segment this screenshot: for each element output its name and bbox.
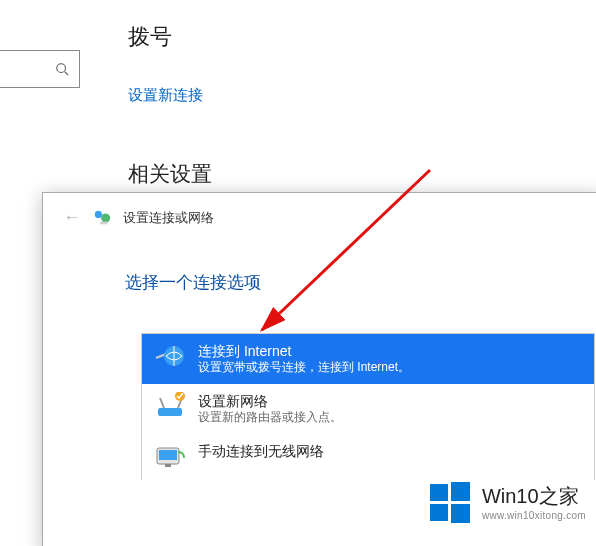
svg-rect-17 — [430, 504, 448, 521]
svg-rect-12 — [159, 450, 177, 460]
watermark-brand: Win10之家 — [482, 483, 586, 510]
dialup-heading: 拨号 — [128, 22, 172, 52]
svg-rect-13 — [165, 464, 171, 467]
back-arrow-icon[interactable]: ← — [63, 207, 81, 228]
globe-icon — [154, 342, 188, 372]
dialog-title: 设置连接或网络 — [123, 209, 214, 227]
svg-point-2 — [95, 210, 102, 217]
router-icon — [154, 392, 188, 422]
option-manual-wireless[interactable]: 手动连接到无线网络 — [142, 434, 594, 480]
svg-line-8 — [160, 398, 164, 408]
option-desc: 设置宽带或拨号连接，连接到 Internet。 — [198, 360, 410, 376]
search-icon — [55, 62, 69, 76]
dialog-header: ← 设置连接或网络 — [43, 193, 596, 234]
dialog-subtitle: 选择一个连接选项 — [125, 271, 261, 294]
svg-point-3 — [101, 213, 110, 222]
svg-rect-15 — [430, 484, 448, 501]
svg-rect-4 — [100, 221, 107, 224]
option-title: 设置新网络 — [198, 392, 342, 410]
svg-line-1 — [65, 72, 69, 76]
option-connect-internet[interactable]: 连接到 Internet 设置宽带或拨号连接，连接到 Internet。 — [142, 334, 594, 384]
search-input[interactable] — [0, 50, 80, 88]
option-desc: 设置新的路由器或接入点。 — [198, 410, 342, 426]
windows-logo-icon — [426, 478, 474, 526]
option-title: 连接到 Internet — [198, 342, 410, 360]
network-icon — [93, 209, 111, 227]
svg-rect-16 — [451, 482, 470, 501]
new-connection-link[interactable]: 设置新连接 — [128, 86, 203, 105]
option-title: 手动连接到无线网络 — [198, 442, 324, 460]
option-new-network[interactable]: 设置新网络 设置新的路由器或接入点。 — [142, 384, 594, 434]
watermark-url: www.win10xitong.com — [482, 510, 586, 521]
options-list: 连接到 Internet 设置宽带或拨号连接，连接到 Internet。 设置新… — [141, 333, 595, 480]
monitor-icon — [154, 442, 188, 472]
watermark: Win10之家 www.win10xitong.com — [426, 478, 586, 526]
svg-rect-7 — [158, 408, 182, 416]
svg-point-0 — [57, 64, 66, 73]
related-heading: 相关设置 — [128, 160, 212, 188]
svg-rect-18 — [451, 504, 470, 523]
